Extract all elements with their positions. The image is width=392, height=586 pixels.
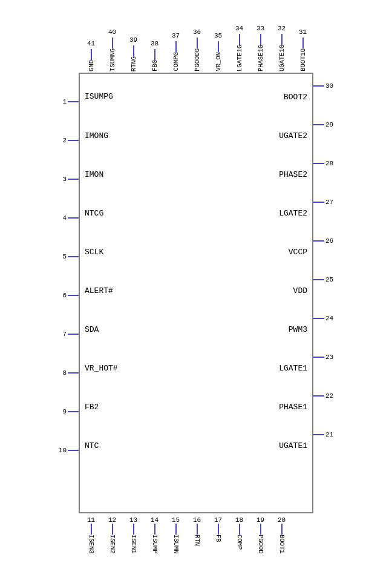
bottom-pin-20: 20 BOOT1 — [278, 515, 286, 554]
left-pin-7: 7 — [54, 315, 79, 354]
right-pin-28: 28 — [313, 160, 338, 167]
left-label-1: ISUMPG — [85, 77, 113, 116]
right-pin-26: 26 — [313, 237, 338, 245]
left-label-7: SDA — [85, 310, 99, 349]
bottom-pin-11: 11 ISEN3 — [87, 515, 95, 554]
right-label-30: BOOT2 — [284, 77, 307, 116]
left-label-3: IMON — [85, 155, 103, 194]
left-pin-6: 6 — [54, 276, 79, 315]
right-label-25: VDD — [293, 271, 307, 310]
right-pin-23: 23 — [313, 354, 338, 361]
right-label-28: PHASE2 — [279, 155, 307, 194]
top-pin-32: UGATE1G 32 — [278, 25, 286, 71]
bottom-pin-17: 17 FB — [214, 515, 222, 542]
right-label-22: PHASE1 — [279, 387, 307, 426]
top-pin-35: VR_ON 35 — [214, 32, 222, 71]
left-label-4: NTCG — [85, 194, 103, 232]
bottom-pin-16: 16 RTN — [193, 515, 201, 546]
right-pin-29: 29 — [313, 121, 338, 128]
chip-internal: ISUMPG IMONG IMON NTCG SCLK ALERT# SDA V… — [79, 73, 313, 513]
top-pin-36: PGOODG 36 — [193, 28, 201, 71]
left-label-10: NTC — [85, 426, 99, 465]
left-pin-3: 3 — [54, 160, 79, 199]
top-pin-34: LGATE1G 34 — [235, 25, 243, 71]
right-pin-25: 25 — [313, 276, 338, 283]
bottom-pin-19: 19 PGOOD — [256, 515, 264, 554]
bottom-pin-18: 18 COMP — [235, 515, 243, 550]
top-pin-39: RTNG 39 — [129, 36, 137, 71]
left-pins-container: 1 2 3 4 5 6 7 — [36, 73, 79, 513]
left-pin-10: 10 — [54, 431, 79, 470]
left-pin-4: 4 — [54, 199, 79, 237]
left-pin-8: 8 — [54, 354, 79, 392]
top-pin-38: FBG 38 — [151, 40, 158, 71]
right-label-29: UGATE2 — [279, 116, 307, 155]
top-pin-37: COMPG 37 — [172, 32, 180, 71]
bottom-pins-area: 11 ISEN3 12 ISEN2 13 ISEN1 14 ISUMP 15 I… — [79, 515, 313, 556]
top-pin-33: PHASE1G 33 — [256, 25, 264, 71]
bottom-pin-13: 13 ISEN1 — [129, 515, 137, 554]
right-label-24: PWM3 — [289, 310, 307, 349]
left-label-8: VR_HOT# — [85, 349, 118, 387]
right-label-23: LGATE1 — [279, 349, 307, 387]
left-label-2: IMONG — [85, 116, 108, 155]
chip-diagram: GND 41 ISUMNG 40 RTNG 39 FBG 38 COMPG 37 — [36, 30, 356, 556]
right-pin-30: 30 — [313, 82, 338, 90]
bottom-pin-15: 15 ISUMN — [172, 515, 180, 554]
right-label-21: UGATE1 — [279, 426, 307, 465]
left-pin-5: 5 — [54, 237, 79, 276]
right-pins-container: 30 29 28 27 26 25 24 — [313, 73, 356, 513]
right-pin-21: 21 — [313, 431, 338, 438]
right-label-27: LGATE2 — [279, 194, 307, 232]
bottom-pin-14: 14 ISUMP — [151, 515, 158, 554]
top-pins-area: GND 41 ISUMNG 40 RTNG 39 FBG 38 COMPG 37 — [79, 30, 313, 71]
left-pin-1: 1 — [54, 82, 79, 121]
left-pin-9: 9 — [54, 392, 79, 431]
left-label-6: ALERT# — [85, 271, 113, 310]
top-pin-40: ISUMNG 40 — [108, 28, 116, 71]
right-pin-27: 27 — [313, 199, 338, 206]
left-pin-2: 2 — [54, 121, 79, 160]
bottom-pin-12: 12 ISEN2 — [108, 515, 116, 554]
right-pin-22: 22 — [313, 392, 338, 400]
left-label-9: FB2 — [85, 387, 99, 426]
top-pin-41: GND 41 — [87, 40, 95, 71]
right-label-26: VCCP — [289, 232, 307, 271]
right-pin-24: 24 — [313, 315, 338, 322]
top-pin-31: BOOT1G 31 — [299, 28, 307, 71]
left-label-5: SCLK — [85, 232, 103, 271]
